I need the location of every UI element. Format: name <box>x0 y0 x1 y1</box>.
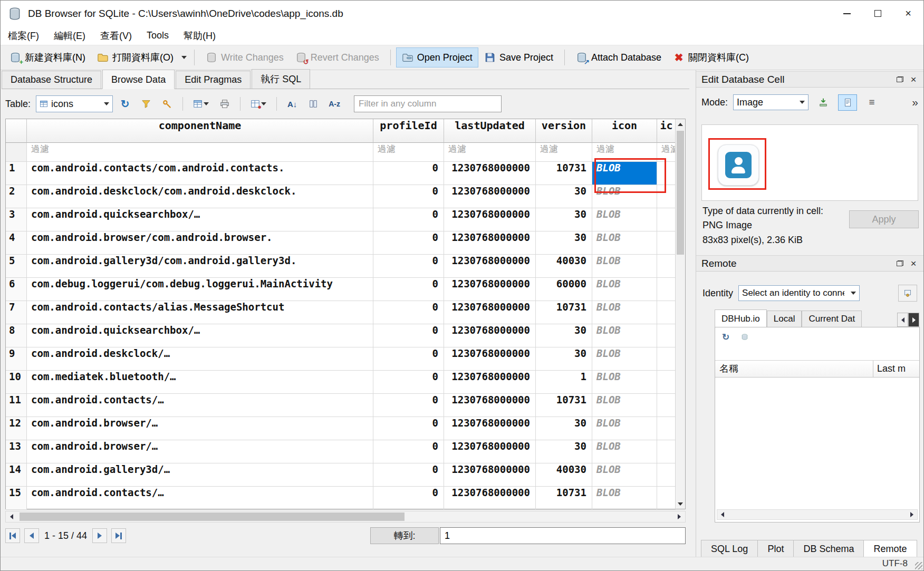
tab-plot[interactable]: Plot <box>757 540 794 558</box>
column-header-icon[interactable]: icon <box>592 119 657 143</box>
next-page-button[interactable] <box>92 528 107 543</box>
cell-version[interactable]: 30 <box>536 185 592 208</box>
open-database-button[interactable]: 打開資料庫(O) <box>91 47 179 67</box>
cell-version[interactable]: 40030 <box>536 255 592 278</box>
close-panel-button[interactable]: × <box>907 73 920 86</box>
cell-version[interactable]: 30 <box>536 347 592 371</box>
filter-any-column-input[interactable] <box>354 95 502 112</box>
cell-icon-blob[interactable]: BLOB <box>592 440 657 463</box>
cell-overflow[interactable] <box>657 208 676 231</box>
row-number[interactable]: 1 <box>6 162 27 185</box>
goto-button[interactable]: 轉到: <box>370 527 439 544</box>
filter-input-lastUpdated[interactable]: 過濾 <box>444 143 536 162</box>
cell-icon-blob[interactable]: BLOB <box>592 278 657 301</box>
cell-icon-blob[interactable]: BLOB <box>592 394 657 417</box>
cell-lastUpdated[interactable]: 1230768000000 <box>444 440 536 463</box>
cell-overflow[interactable] <box>657 347 676 371</box>
column-header-componentName[interactable]: componentName <box>27 119 373 143</box>
cell-overflow[interactable] <box>657 255 676 278</box>
remote-tab-local[interactable]: Local <box>767 311 802 327</box>
float-panel-button[interactable] <box>893 73 907 86</box>
cell-profileId[interactable]: 0 <box>373 162 444 185</box>
row-number[interactable]: 14 <box>6 463 27 487</box>
cell-icon-blob[interactable]: BLOB <box>592 162 657 185</box>
cell-overflow[interactable] <box>657 231 676 255</box>
cell-icon-blob[interactable]: BLOB <box>592 347 657 371</box>
cell-lastUpdated[interactable]: 1230768000000 <box>444 255 536 278</box>
cell-lastUpdated[interactable]: 1230768000000 <box>444 347 536 371</box>
text-view-button[interactable] <box>838 94 857 111</box>
cell-componentName[interactable]: com.android.browser/com.android.browser. <box>27 231 373 255</box>
scroll-left-icon[interactable] <box>6 511 17 522</box>
scroll-up-icon[interactable] <box>676 119 685 129</box>
tab-db-schema[interactable]: DB Schema <box>793 540 864 558</box>
cell-componentName[interactable]: com.android.deskclock/… <box>27 347 373 371</box>
scroll-right-icon[interactable] <box>907 510 917 519</box>
cell-lastUpdated[interactable]: 1230768000000 <box>444 301 536 324</box>
save-project-button[interactable]: Save Project <box>478 47 559 67</box>
row-number[interactable]: 7 <box>6 301 27 324</box>
cell-lastUpdated[interactable]: 1230768000000 <box>444 185 536 208</box>
cell-overflow[interactable] <box>657 463 676 487</box>
row-number[interactable]: 12 <box>6 417 27 440</box>
cell-overflow[interactable] <box>657 394 676 417</box>
cell-version[interactable]: 10731 <box>536 162 592 185</box>
tab-execute-sql[interactable]: 執行 SQL <box>252 69 310 89</box>
cell-lastUpdated[interactable]: 1230768000000 <box>444 324 536 347</box>
cell-overflow[interactable] <box>657 440 676 463</box>
row-number[interactable]: 9 <box>6 347 27 371</box>
remote-tab-current-database[interactable]: Current Dat <box>802 311 862 327</box>
refresh-button[interactable]: ↻ <box>116 95 134 112</box>
cell-icon-blob[interactable]: BLOB <box>592 324 657 347</box>
cell-profileId[interactable]: 0 <box>373 301 444 324</box>
insert-record-button[interactable]: ● <box>247 95 270 112</box>
cell-overflow[interactable] <box>657 417 676 440</box>
tab-browse-data[interactable]: Browse Data <box>102 70 175 89</box>
first-page-button[interactable] <box>5 528 20 543</box>
remote-clone-button[interactable] <box>737 330 752 344</box>
import-data-button[interactable] <box>814 94 833 111</box>
vertical-scroll-thumb[interactable] <box>677 131 684 255</box>
row-number[interactable]: 6 <box>6 278 27 301</box>
scroll-right-icon[interactable] <box>673 511 685 522</box>
cell-version[interactable]: 30 <box>536 231 592 255</box>
column-header-lastUpdated[interactable]: lastUpdated <box>444 119 536 143</box>
cell-icon-blob[interactable]: BLOB <box>592 301 657 324</box>
identity-selector[interactable]: Select an identity to conne <box>738 285 860 301</box>
tab-scroll-left-button[interactable] <box>897 313 908 327</box>
cell-version[interactable]: 10731 <box>536 394 592 417</box>
cell-icon-blob[interactable]: BLOB <box>592 255 657 278</box>
row-number[interactable]: 2 <box>6 185 27 208</box>
cell-lastUpdated[interactable]: 1230768000000 <box>444 231 536 255</box>
cell-version[interactable]: 30 <box>536 324 592 347</box>
scroll-down-icon[interactable] <box>676 499 685 509</box>
cell-profileId[interactable]: 0 <box>373 463 444 487</box>
goto-record-input[interactable] <box>440 527 686 544</box>
import-certificate-button[interactable] <box>898 285 917 302</box>
cell-version[interactable]: 1 <box>536 371 592 394</box>
cell-overflow[interactable] <box>657 185 676 208</box>
cell-componentName[interactable]: com.debug.loggerui/com.debug.loggerui.Ma… <box>27 278 373 301</box>
last-page-button[interactable] <box>111 528 126 543</box>
print-button[interactable] <box>216 95 234 112</box>
write-changes-button[interactable]: Write Changes <box>200 47 290 67</box>
minimize-button[interactable] <box>832 1 862 26</box>
scroll-left-icon[interactable] <box>717 510 728 519</box>
tab-remote[interactable]: Remote <box>863 540 917 558</box>
column-header-ic[interactable]: ic <box>657 119 676 143</box>
cell-icon-blob[interactable]: BLOB <box>592 417 657 440</box>
sort-az-button[interactable]: A-z <box>325 95 343 112</box>
cell-overflow[interactable] <box>657 301 676 324</box>
cell-componentName[interactable]: com.android.gallery3d/… <box>27 463 373 487</box>
cell-lastUpdated[interactable]: 1230768000000 <box>444 463 536 487</box>
cell-icon-blob[interactable]: BLOB <box>592 487 657 510</box>
cell-lastUpdated[interactable]: 1230768000000 <box>444 278 536 301</box>
cell-version[interactable]: 40030 <box>536 463 592 487</box>
table-selector[interactable]: icons <box>36 95 113 112</box>
float-panel-button[interactable] <box>893 257 907 270</box>
cell-icon-blob[interactable]: BLOB <box>592 231 657 255</box>
menu-view[interactable]: 查看(V) <box>93 27 139 45</box>
cell-profileId[interactable]: 0 <box>373 255 444 278</box>
row-number[interactable]: 5 <box>6 255 27 278</box>
filter-input-version[interactable]: 過濾 <box>536 143 592 162</box>
